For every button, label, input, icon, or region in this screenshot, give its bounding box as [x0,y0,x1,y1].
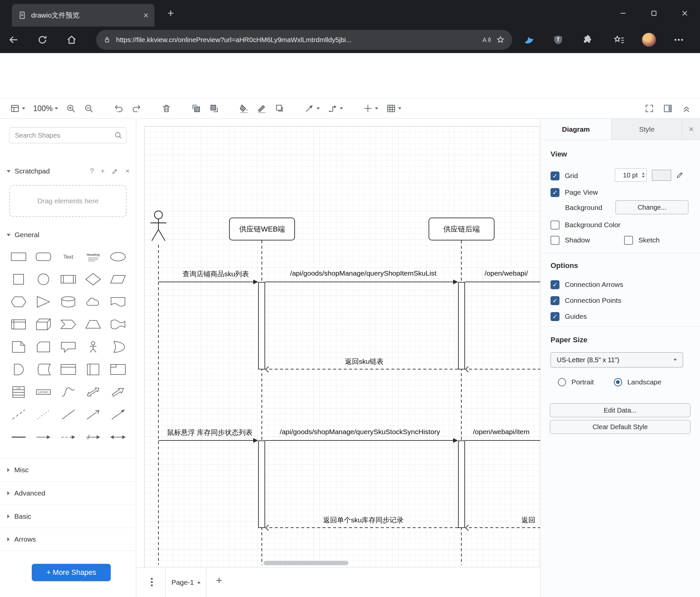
shape-ellipse[interactable] [105,245,130,268]
paper-size-select[interactable]: US-Letter (8,5" x 11") [551,352,683,367]
shape-tape[interactable] [105,313,130,336]
waypoints-button[interactable] [328,103,343,114]
copilot-bird-extension-icon[interactable] [523,34,534,45]
shape-tick-arrow[interactable] [80,426,105,448]
shape-dashed-line[interactable] [6,403,31,426]
activation-web-1[interactable] [258,282,265,369]
zoom-in-button[interactable] [66,103,76,114]
landscape-radio[interactable] [614,378,622,386]
redo-button[interactable] [131,103,142,114]
shape-vertical-container[interactable] [80,358,105,381]
table-button[interactable] [386,103,401,114]
message-label[interactable]: 鼠标悬浮 库存同步状态列表 [167,428,253,437]
sidebar-section-advanced[interactable]: Advanced [0,481,136,504]
refresh-button[interactable] [37,34,48,45]
shape-and[interactable] [6,358,31,381]
shape-note[interactable] [6,336,31,358]
grid-color-edit-button[interactable] [676,170,684,181]
window-close-button[interactable] [669,0,700,26]
scratchpad-edit-pencil-icon[interactable] [111,167,119,175]
shape-list[interactable]: List [6,381,31,403]
shape-data-storage[interactable] [31,358,56,381]
shape-horizontal-line[interactable] [6,426,31,448]
return-label[interactable]: 返回 [521,516,535,525]
shape-card[interactable] [31,336,56,358]
connection-arrows-checkbox[interactable] [551,280,559,289]
lifeline-box-web[interactable]: 供应链WEB端 [229,218,295,240]
shape-triangle[interactable] [31,290,56,313]
activation-backend-2[interactable] [458,440,465,528]
search-shapes-input[interactable] [9,127,127,143]
grid-size-input[interactable]: 10 pt [615,168,647,182]
connection-button[interactable] [305,103,320,114]
url-text[interactable]: https://file.kkview.cn/onlinePreview?url… [116,36,476,44]
shape-step[interactable] [56,313,80,336]
message-label[interactable]: /api/goods/shopManage/queryShopItemSkuLi… [290,269,436,277]
fullscreen-button[interactable] [644,103,654,114]
shape-trapezoid[interactable] [80,313,105,336]
window-minimize-button[interactable] [607,0,639,26]
return-label[interactable]: 返回单个sku库存同步记录 [323,516,404,525]
shape-circle[interactable] [31,268,56,290]
guides-checkbox[interactable] [551,312,559,321]
zoom-level[interactable]: 100% [33,104,58,113]
fill-color-button[interactable] [239,103,249,114]
extensions-puzzle-button[interactable] [581,34,593,45]
sketch-checkbox[interactable] [624,236,633,245]
more-shapes-button[interactable]: + More Shapes [32,564,111,581]
to-front-button[interactable] [191,103,201,114]
shape-bidirectional-arrow[interactable] [80,381,105,403]
shape-list-item[interactable]: List Item [31,381,56,403]
shape-arrow[interactable] [105,381,130,403]
shape-line[interactable] [56,403,80,426]
shape-container[interactable] [56,358,80,381]
zoom-out-button[interactable] [84,103,94,114]
browser-tab[interactable]: drawio文件预览 [12,4,154,26]
horizontal-scrollbar-thumb[interactable] [264,561,348,565]
line-color-button[interactable] [257,103,267,114]
profile-avatar[interactable] [642,33,656,47]
favorite-star-icon[interactable] [496,35,505,45]
shape-dotted-line[interactable] [31,403,56,426]
scratchpad-header[interactable]: Scratchpad [7,165,130,178]
shape-arrow-open[interactable] [80,403,105,426]
shadow-button[interactable] [275,103,285,114]
message-label[interactable]: /api/goods/shopManage/querySkuStockSyncH… [280,428,440,436]
shape-cylinder[interactable] [56,290,80,313]
read-aloud-icon[interactable]: A [481,35,491,45]
shape-actor[interactable] [80,336,105,358]
clear-default-style-button[interactable]: Clear Default Style [550,420,691,434]
shape-line-plain[interactable] [105,403,130,426]
shield-extension-icon[interactable]: T [552,34,564,45]
shape-rounded-rectangle[interactable] [31,245,56,268]
shadow-checkbox[interactable] [551,236,559,245]
drawing-canvas[interactable]: 供应链WEB端 供应链后端 查询店铺商品sku列表 /api/goods/sho… [136,119,540,568]
shape-arrow-right[interactable] [31,426,56,448]
add-page-button[interactable] [216,574,222,587]
edit-data-button[interactable]: Edit Data... [550,403,691,417]
lifeline-box-backend[interactable]: 供应链后端 [429,218,495,240]
tab-diagram[interactable]: Diagram [541,119,611,140]
scratchpad-close-icon[interactable] [125,167,130,175]
message-label[interactable]: /open/webapi/item [473,428,529,436]
shape-title-container[interactable] [105,358,130,381]
shape-document[interactable] [105,290,130,313]
message-label[interactable]: /open/webapi/ [484,269,528,277]
shape-process[interactable] [56,268,80,290]
favorites-bar-button[interactable] [614,34,625,45]
connection-points-checkbox[interactable] [551,296,559,305]
grid-checkbox[interactable] [551,171,559,181]
insert-button[interactable] [363,103,378,114]
page-view-checkbox[interactable] [551,188,559,197]
undo-button[interactable] [114,103,124,114]
sidebar-section-misc[interactable]: Misc [0,458,136,481]
shape-or[interactable] [105,336,130,358]
search-icon[interactable] [114,131,123,140]
stepper-icon[interactable] [642,172,645,178]
back-button[interactable] [8,34,19,45]
tab-style[interactable]: Style [611,119,682,140]
activation-web-2[interactable] [258,440,265,528]
delete-button[interactable] [161,103,171,114]
sidebar-section-general[interactable]: General [7,231,40,239]
scratchpad-help-icon[interactable] [90,167,94,175]
